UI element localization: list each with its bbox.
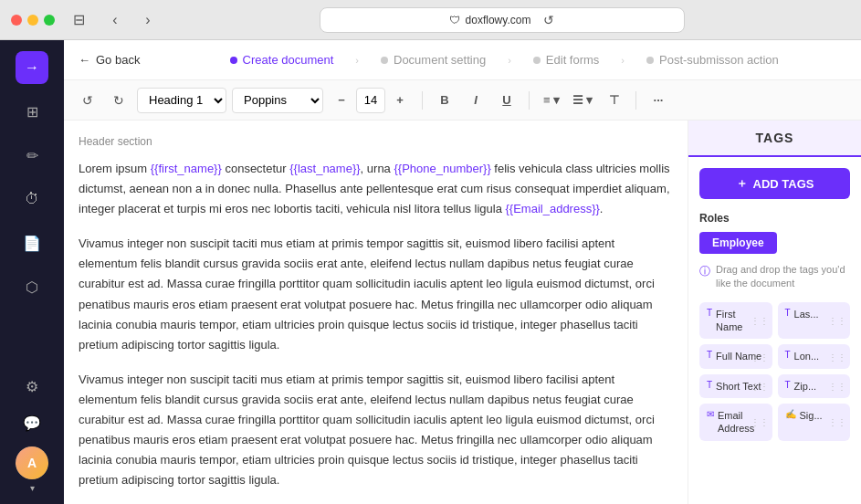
para1-text-mid2: , urna xyxy=(361,162,394,175)
plus-icon: ＋ xyxy=(736,175,748,192)
align-btn[interactable]: ≡ ▾ xyxy=(539,88,564,113)
nav-step-post-label: Post-submisson action xyxy=(659,53,779,67)
editor-paragraph-3: Vivamus integer non suscipit taciti mus … xyxy=(79,370,673,491)
more-btn[interactable]: ··· xyxy=(646,88,671,113)
fullscreen-traffic-light[interactable] xyxy=(44,15,55,26)
editor-content[interactable]: Lorem ipsum {{first_name}} consectetur {… xyxy=(79,159,673,490)
tag-type-icon-email: ✉ xyxy=(707,409,714,419)
close-traffic-light[interactable] xyxy=(11,15,22,26)
traffic-lights xyxy=(11,15,55,26)
reload-btn[interactable]: ↺ xyxy=(543,13,554,27)
drag-handle-full-name: ⋮⋮ xyxy=(751,352,769,362)
sidebar-clock-btn[interactable]: ⏱ xyxy=(16,183,48,215)
chevron-down-icon: ▾ xyxy=(30,483,35,493)
para1-text-mid1: consectetur xyxy=(222,162,289,175)
bold-btn[interactable]: B xyxy=(432,88,457,113)
url-text: doxflowy.com xyxy=(466,14,531,26)
sidebar-hex-btn[interactable]: ⬡ xyxy=(16,270,48,303)
toolbar-sep-2 xyxy=(529,91,530,110)
step-sep-2: › xyxy=(508,55,511,66)
list-btn[interactable]: ☰ ▾ xyxy=(570,88,595,113)
step-sep-1: › xyxy=(355,55,359,66)
redo-btn[interactable]: ↻ xyxy=(106,88,131,113)
nav-step-create-label: Create document xyxy=(243,53,334,67)
drag-handle-short-text: ⋮⋮ xyxy=(751,381,769,391)
sidebar-bottom: ⚙ 💬 A ▾ xyxy=(16,366,48,493)
avatar-btn[interactable]: A xyxy=(16,446,48,479)
tag-type-icon-signature: ✍ xyxy=(785,409,796,419)
sidebar-doc-btn[interactable]: 📄 xyxy=(16,226,48,259)
drag-handle-email: ⋮⋮ xyxy=(751,417,769,427)
tag-type-icon-last-name: T xyxy=(785,308,791,318)
font-size-group: − + xyxy=(329,88,413,113)
drag-hint-text: Drag and drop the tags you'd like the do… xyxy=(716,263,850,291)
font-select[interactable]: Poppins Arial xyxy=(232,88,323,113)
italic-btn[interactable]: I xyxy=(463,88,488,113)
content-area: Header section Lorem ipsum {{first_name}… xyxy=(64,121,861,504)
tags-title: TAGS xyxy=(756,131,794,145)
nav-step-document-label: Document setting xyxy=(394,53,486,67)
nav-step-dot-document xyxy=(381,57,388,64)
sidebar-arrow-btn[interactable]: → xyxy=(16,51,48,84)
underline-btn[interactable]: U xyxy=(494,88,520,113)
indent-btn[interactable]: ⊤ xyxy=(601,88,626,113)
roles-label: Roles xyxy=(699,212,850,225)
tag-card-email[interactable]: ✉ Email Address ⋮⋮ xyxy=(699,404,772,441)
tag-label-signature: Sig... xyxy=(800,409,823,422)
browser-chrome: ⊟ ‹ › 🛡 doxflowy.com ↺ xyxy=(0,0,861,40)
go-back-btn[interactable]: ← Go back xyxy=(79,53,140,67)
drag-handle-first-name: ⋮⋮ xyxy=(751,316,769,326)
tag-card-long-text[interactable]: T Lon... ⋮⋮ xyxy=(778,344,851,368)
para1-text-before: Lorem ipsum xyxy=(79,162,151,175)
nav-step-post[interactable]: Post-submisson action xyxy=(646,53,779,67)
tag-card-signature[interactable]: ✍ Sig... ⋮⋮ xyxy=(778,404,851,441)
nav-step-dot-forms xyxy=(533,57,541,64)
step-sep-3: › xyxy=(621,55,625,66)
nav-step-document[interactable]: Document setting xyxy=(381,53,486,67)
sidebar-settings-btn[interactable]: ⚙ xyxy=(16,370,48,403)
tag-label-long-text: Lon... xyxy=(794,350,820,362)
tags-panel: TAGS ＋ ADD TAGS Roles Employee ⓘ Drag an… xyxy=(688,121,861,504)
tag-card-full-name[interactable]: T Full Name ⋮⋮ xyxy=(699,344,772,368)
tag-type-icon-zip: T xyxy=(785,380,791,390)
editor-area[interactable]: Header section Lorem ipsum {{first_name}… xyxy=(64,121,688,504)
info-icon: ⓘ xyxy=(699,264,710,279)
nav-step-dot-create xyxy=(230,57,237,64)
para1-text-end: . xyxy=(600,202,604,215)
employee-btn[interactable]: Employee xyxy=(699,232,777,254)
tag-card-short-text[interactable]: T Short Text ⋮⋮ xyxy=(699,374,772,398)
tags-header: TAGS xyxy=(688,121,861,157)
sidebar-toggle-btn[interactable]: ⊟ xyxy=(66,7,91,33)
undo-btn[interactable]: ↺ xyxy=(75,88,100,113)
font-size-decrease-btn[interactable]: − xyxy=(329,88,354,113)
tag-card-first-name[interactable]: T First Name ⋮⋮ xyxy=(699,302,772,340)
tag-label-zip: Zip... xyxy=(794,380,816,393)
font-size-input[interactable] xyxy=(356,88,385,113)
tag-type-icon-full-name: T xyxy=(707,350,712,360)
add-tags-label: ADD TAGS xyxy=(753,177,814,191)
drag-hint: ⓘ Drag and drop the tags you'd like the … xyxy=(699,263,850,291)
sidebar-edit-btn[interactable]: ✏ xyxy=(16,139,48,172)
tag-first-name[interactable]: {{first_name}} xyxy=(151,162,222,175)
tag-card-zip[interactable]: T Zip... ⋮⋮ xyxy=(778,374,851,398)
shield-icon: 🛡 xyxy=(449,14,460,26)
font-size-increase-btn[interactable]: + xyxy=(387,88,413,113)
app-container: → ⊞ ✏ ⏱ 📄 ⬡ ⚙ 💬 A ▾ ← Go back xyxy=(0,40,861,504)
sidebar-chat-btn[interactable]: 💬 xyxy=(16,406,48,439)
add-tags-btn[interactable]: ＋ ADD TAGS xyxy=(699,168,850,199)
left-arrow-icon: ← xyxy=(79,53,90,67)
sidebar-grid-btn[interactable]: ⊞ xyxy=(16,95,48,128)
nav-step-create[interactable]: Create document xyxy=(230,53,334,67)
tag-type-icon-short-text: T xyxy=(707,380,712,390)
back-nav-btn[interactable]: ‹ xyxy=(102,7,128,33)
nav-step-forms-label: Edit forms xyxy=(546,53,600,67)
nav-step-forms[interactable]: Edit forms xyxy=(533,53,600,67)
tag-phone[interactable]: {{Phone_number}} xyxy=(394,162,490,175)
heading-select[interactable]: Heading 1 Heading 2 Heading 3 Normal xyxy=(137,88,226,113)
minimize-traffic-light[interactable] xyxy=(27,15,38,26)
forward-nav-btn[interactable]: › xyxy=(135,7,161,33)
tag-email[interactable]: {{Email_address}} xyxy=(506,202,600,215)
tag-last-name[interactable]: {{last_name}} xyxy=(289,162,360,175)
url-bar[interactable]: 🛡 doxflowy.com ↺ xyxy=(320,7,685,33)
tag-card-last-name[interactable]: T Las... ⋮⋮ xyxy=(778,302,851,340)
